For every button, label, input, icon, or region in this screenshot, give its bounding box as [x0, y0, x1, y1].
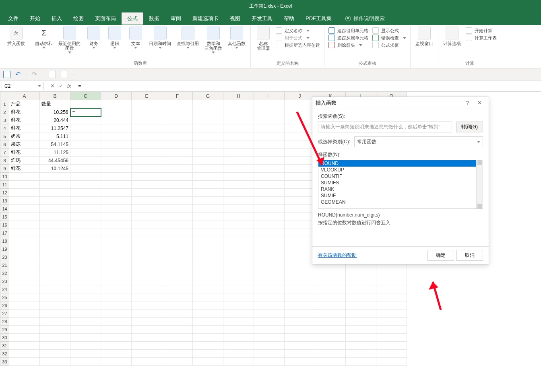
cell[interactable] — [101, 132, 132, 140]
cell[interactable] — [285, 205, 315, 213]
cell[interactable] — [9, 253, 40, 261]
cell[interactable] — [376, 293, 407, 301]
cell[interactable] — [40, 301, 70, 309]
cell[interactable] — [193, 108, 223, 116]
go-button[interactable]: 转到(G) — [456, 122, 483, 132]
cell[interactable] — [254, 124, 285, 132]
cell[interactable] — [285, 229, 315, 237]
cell[interactable] — [193, 261, 223, 269]
calculate-now-button[interactable]: 开始计算 — [466, 27, 497, 34]
cell[interactable] — [193, 140, 223, 149]
row-header[interactable]: 10 — [0, 173, 9, 181]
tab-公式[interactable]: 公式 — [122, 12, 143, 25]
cell[interactable] — [193, 350, 223, 358]
cell[interactable] — [223, 342, 254, 350]
cell[interactable] — [101, 301, 132, 309]
trace-dependents-button[interactable]: 追踪从属单元格 — [328, 35, 368, 41]
cell[interactable] — [101, 245, 132, 253]
cell[interactable] — [132, 157, 162, 165]
cell[interactable] — [70, 253, 101, 261]
cell[interactable] — [40, 269, 70, 277]
cell[interactable] — [101, 157, 132, 165]
cell[interactable] — [101, 149, 132, 157]
cell[interactable]: 炸鸡 — [9, 157, 40, 165]
cell[interactable] — [254, 149, 285, 157]
cell[interactable] — [285, 309, 315, 318]
cell[interactable] — [315, 358, 346, 366]
cell[interactable] — [223, 309, 254, 318]
row-header[interactable]: 17 — [0, 229, 9, 237]
cell[interactable] — [9, 293, 40, 301]
cell[interactable] — [70, 326, 101, 334]
cell[interactable] — [223, 116, 254, 124]
ok-button[interactable]: 确定 — [427, 250, 454, 261]
cell[interactable] — [376, 318, 407, 326]
row-header[interactable]: 18 — [0, 237, 9, 245]
cell[interactable] — [285, 181, 315, 189]
cell[interactable] — [254, 237, 285, 245]
cell[interactable] — [285, 189, 315, 197]
cell[interactable] — [223, 229, 254, 237]
cell[interactable] — [223, 157, 254, 165]
cell[interactable] — [132, 237, 162, 245]
cell[interactable] — [132, 173, 162, 181]
cell[interactable] — [132, 197, 162, 205]
column-header[interactable]: D — [101, 92, 132, 100]
confirm-icon[interactable]: ✓ — [59, 83, 63, 89]
cell[interactable] — [70, 229, 101, 237]
cell[interactable] — [70, 285, 101, 293]
column-header[interactable]: E — [132, 92, 162, 100]
cell[interactable] — [285, 157, 315, 165]
cell[interactable] — [315, 350, 346, 358]
cell[interactable] — [132, 293, 162, 301]
cell[interactable] — [132, 261, 162, 269]
cell[interactable]: 鲜花 — [9, 116, 40, 124]
cell[interactable] — [223, 140, 254, 149]
cell[interactable] — [193, 189, 223, 197]
cell[interactable] — [223, 350, 254, 358]
cell[interactable] — [223, 277, 254, 285]
cell[interactable] — [285, 261, 315, 269]
function-list-item[interactable]: SUMIF — [318, 192, 483, 199]
cell[interactable]: 鲜花 — [9, 149, 40, 157]
cell[interactable] — [254, 309, 285, 318]
cell[interactable] — [162, 221, 193, 229]
cell[interactable] — [285, 253, 315, 261]
cell[interactable] — [9, 350, 40, 358]
cell[interactable] — [162, 245, 193, 253]
row-header[interactable]: 8 — [0, 157, 9, 165]
cell[interactable] — [70, 277, 101, 285]
cell[interactable] — [101, 326, 132, 334]
row-header[interactable]: 25 — [0, 293, 9, 301]
cell[interactable] — [193, 173, 223, 181]
cell[interactable] — [285, 318, 315, 326]
cell[interactable] — [346, 350, 376, 358]
cell[interactable]: 产品 — [9, 100, 40, 108]
cell[interactable] — [132, 309, 162, 318]
cell[interactable] — [285, 132, 315, 140]
row-header[interactable]: 27 — [0, 309, 9, 318]
cell[interactable] — [162, 277, 193, 285]
cell[interactable] — [132, 358, 162, 366]
cell[interactable] — [162, 189, 193, 197]
cell[interactable] — [193, 269, 223, 277]
cell[interactable] — [40, 197, 70, 205]
row-header[interactable]: 23 — [0, 277, 9, 285]
cell[interactable] — [132, 140, 162, 149]
cell[interactable] — [162, 108, 193, 116]
cell[interactable] — [40, 253, 70, 261]
cell[interactable] — [40, 181, 70, 189]
cell[interactable] — [193, 358, 223, 366]
cell[interactable] — [70, 334, 101, 342]
cell[interactable] — [70, 261, 101, 269]
show-formulas-button[interactable]: 显示公式 — [372, 27, 406, 34]
tab-审阅[interactable]: 审阅 — [165, 12, 187, 25]
cell[interactable] — [9, 318, 40, 326]
cell[interactable] — [193, 157, 223, 165]
library-button[interactable]: 日期和时间 — [147, 26, 173, 50]
cell[interactable] — [9, 309, 40, 318]
cell[interactable] — [162, 350, 193, 358]
cell[interactable] — [9, 301, 40, 309]
cell[interactable] — [223, 358, 254, 366]
cell[interactable] — [285, 285, 315, 293]
